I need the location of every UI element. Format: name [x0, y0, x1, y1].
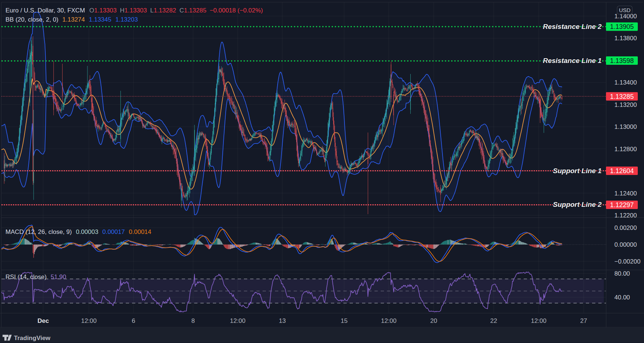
svg-text:22: 22: [490, 317, 497, 324]
svg-text:TradingView: TradingView: [14, 335, 51, 342]
svg-text:RSI (14, close)51.90: RSI (14, close)51.90: [5, 273, 66, 280]
svg-text:12:00: 12:00: [81, 317, 97, 324]
svg-text:12:00: 12:00: [531, 317, 547, 324]
svg-text:12:00: 12:00: [230, 317, 246, 324]
svg-text:1.13000: 1.13000: [614, 123, 637, 130]
svg-text:MACD (12, 26, close, 9)0.00003: MACD (12, 26, close, 9)0.000030.000170.0…: [5, 228, 151, 235]
svg-text:1.12800: 1.12800: [614, 146, 637, 153]
svg-text:Dec: Dec: [37, 317, 49, 324]
svg-text:BB (20, close, 2, 0)1.132741.1: BB (20, close, 2, 0)1.132741.133451.1320…: [5, 16, 138, 23]
svg-text:Euro / U.S. Dollar, 30, FXCMO1: Euro / U.S. Dollar, 30, FXCMO1.13303H1.1…: [5, 7, 263, 14]
svg-text:1.13285: 1.13285: [610, 93, 634, 100]
svg-text:1.13905: 1.13905: [610, 23, 634, 30]
svg-text:USD: USD: [619, 7, 630, 13]
svg-text:0.00200: 0.00200: [614, 224, 637, 231]
svg-text:15: 15: [341, 317, 348, 324]
svg-text:27: 27: [580, 317, 587, 324]
svg-text:Support Line 2: Support Line 2: [553, 201, 602, 208]
svg-text:1.13598: 1.13598: [610, 57, 634, 64]
svg-text:8: 8: [191, 317, 195, 324]
svg-text:Resistance Line 1: Resistance Line 1: [543, 57, 602, 64]
svg-text:13: 13: [279, 317, 286, 324]
svg-text:−0.00200: −0.00200: [614, 258, 640, 265]
svg-text:1.12604: 1.12604: [610, 167, 634, 175]
svg-text:Support Line 1: Support Line 1: [553, 167, 602, 175]
svg-text:0.00000: 0.00000: [614, 241, 637, 248]
svg-text:1.13800: 1.13800: [614, 35, 637, 42]
svg-text:Resistance Line 2: Resistance Line 2: [543, 23, 602, 30]
svg-text:1.13400: 1.13400: [614, 79, 637, 86]
svg-text:1.13200: 1.13200: [614, 101, 637, 108]
svg-text:1.12297: 1.12297: [610, 201, 634, 209]
svg-text:1.12200: 1.12200: [614, 212, 637, 219]
svg-text:80.00: 80.00: [614, 270, 630, 277]
svg-text:1.12400: 1.12400: [614, 190, 637, 197]
svg-text:6: 6: [132, 317, 135, 324]
svg-text:40.00: 40.00: [614, 294, 630, 301]
svg-text:12:00: 12:00: [381, 317, 397, 324]
svg-text:20: 20: [430, 317, 437, 324]
